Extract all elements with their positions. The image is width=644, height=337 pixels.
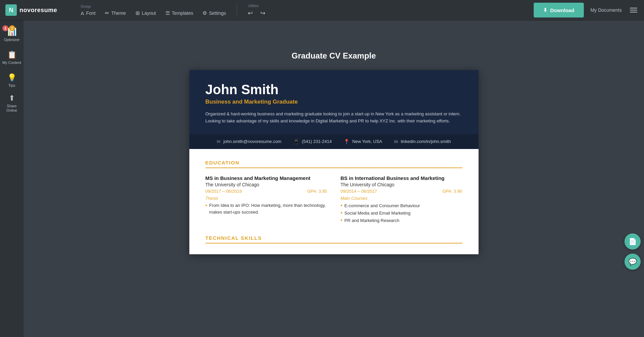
share-online-label: Share Online [1,104,23,113]
course-item-2: • Social Media and Email Marketing [341,210,462,217]
sidebar-item-my-content[interactable]: 📋 My Content [1,47,23,68]
course-item-1: • E-commerce and Consumer Behaviour [341,202,462,210]
chat-float-icon: 💬 [629,258,637,266]
edu-degree-1: MS in Business and Marketing Management [205,175,327,182]
badge-red: 2 [2,25,8,31]
thesis-content: From Idea to an IPO: How marketing, more… [209,202,327,215]
design-label: Design [77,5,91,8]
layout-label: Layout [142,10,156,16]
tips-icon: 💡 [7,73,16,82]
linkedin-value: linkedin.com/in/john.smith [401,139,451,144]
education-grid: MS in Business and Marketing Management … [205,175,462,227]
edu-gpa-1: GPA: 3.95 [307,189,327,194]
edu-dates-1: 09/2017 – 06/2019 [205,189,242,194]
layout-icon: ⊞ [136,10,140,16]
location-icon: 📍 [344,139,349,144]
course-list: • E-commerce and Consumer Behaviour • So… [341,202,462,224]
cv-name: John Smith [205,82,462,97]
hamburger-line-1 [630,8,637,8]
course-text-3: PR and Marketing Research [344,217,399,224]
theme-icon: ✏ [105,10,109,16]
my-content-icon: 📋 [7,50,16,59]
education-section-title: EDUCATION [205,160,462,168]
hamburger-menu[interactable] [629,6,639,14]
undo-redo-group: ↩ ↪ [244,7,269,19]
edu-meta-1: 09/2017 – 06/2019 GPA: 3.95 [205,189,327,194]
edu-degree-2: BS in International Business and Marketi… [341,175,462,182]
font-button[interactable]: A Font [76,8,100,18]
edu-gpa-2: GPA: 3.90 [442,189,462,194]
course-text-1: E-commerce and Consumer Behaviour [344,202,420,210]
theme-button[interactable]: ✏ Theme [100,8,131,18]
document-float-icon: 📄 [629,237,637,246]
settings-button[interactable]: ⚙ Settings [198,8,231,18]
settings-icon: ⚙ [202,10,207,16]
hamburger-line-3 [630,12,637,12]
course-bullet-3: • [341,217,343,223]
edu-sub-label-1: Thesis [205,196,327,201]
logo-icon: N [5,4,17,16]
phone-value: (541) 231-2414 [302,139,332,144]
left-sidebar: 2 1 📊 Optimizer 📋 My Content 💡 Tips ⬆ Sh… [0,21,24,337]
sidebar-item-optimizer[interactable]: 2 1 📊 Optimizer [1,24,23,45]
hamburger-line-2 [630,10,637,10]
edu-sub-label-2: Main Courses [341,196,462,201]
cv-phone: 📱 (541) 231-2414 [293,139,332,144]
utilities-group: Utilities ↩ ↪ [240,1,273,19]
chat-floating-button[interactable]: 💬 [624,254,641,270]
education-item-2: BS in International Business and Marketi… [341,175,462,225]
cv-linkedin: in linkedin.com/in/john.smith [394,139,451,144]
page-title: Graduate CV Example [292,51,376,61]
nav-right: ⬇ Download My Documents [530,3,639,17]
undo-button[interactable]: ↩ [244,7,256,19]
font-label: Font [86,10,96,16]
optimizer-label: Optimizer [4,38,20,42]
thesis-bullet: • [205,202,207,209]
edu-meta-2: 09/2014 – 06/2017 GPA: 3.90 [341,189,462,194]
design-items: A Font ✏ Theme ⊞ Layout ☰ Templates ⚙ [76,8,231,18]
cv-email: ✉ john.smith@novoresume.com [217,139,281,144]
tips-label: Tips [8,83,15,87]
linkedin-icon: in [394,139,398,144]
settings-label: Settings [209,10,226,16]
download-label: Download [550,7,574,13]
layout-button[interactable]: ⊞ Layout [131,8,161,18]
logo-area: N novoresume [5,4,73,16]
theme-label: Theme [111,10,126,16]
location-value: New York, USA [352,139,382,144]
redo-button[interactable]: ↪ [257,7,269,19]
course-text-2: Social Media and Email Marketing [344,210,411,217]
course-bullet-1: • [341,202,343,209]
download-button[interactable]: ⬇ Download [534,3,584,17]
phone-icon: 📱 [293,139,299,144]
my-documents-link[interactable]: My Documents [591,7,622,13]
templates-button[interactable]: ☰ Templates [161,8,198,18]
email-icon: ✉ [217,139,221,144]
edu-school-1: The University of Chicago [205,182,327,187]
course-bullet-2: • [341,210,343,216]
nav-center: Design A Font ✏ Theme ⊞ Layout ☰ Templat… [73,0,530,21]
document-floating-button[interactable]: 📄 [624,233,641,250]
design-group: Design A Font ✏ Theme ⊞ Layout ☰ Templat… [73,2,234,18]
download-icon: ⬇ [543,7,547,13]
nav-divider-1 [237,3,237,17]
badge-yellow: 1 [9,25,15,31]
utilities-label: Utilities [244,4,259,8]
email-value: john.smith@novoresume.com [223,139,281,144]
course-item-3: • PR and Marketing Research [341,217,462,224]
top-navigation: N novoresume Design A Font ✏ Theme ⊞ Lay… [0,0,644,21]
edu-dates-2: 09/2014 – 06/2017 [341,189,377,194]
my-content-label: My Content [2,61,21,65]
cv-body: EDUCATION MS in Business and Marketing M… [189,149,479,255]
templates-label: Templates [172,10,193,16]
logo-text: novoresume [20,7,57,14]
share-online-icon: ⬆ [9,94,15,103]
edu-school-2: The University of Chicago [341,182,462,187]
education-item-1: MS in Business and Marketing Management … [205,175,327,225]
cv-job-title: Business and Marketing Graduate [205,99,462,105]
cv-location: 📍 New York, USA [344,139,382,144]
cv-contact-bar: ✉ john.smith@novoresume.com 📱 (541) 231-… [189,134,479,149]
sidebar-item-share-online[interactable]: ⬆ Share Online [1,92,23,114]
sidebar-item-tips[interactable]: 💡 Tips [1,70,23,91]
edu-thesis-text: • From Idea to an IPO: How marketing, mo… [205,202,327,215]
